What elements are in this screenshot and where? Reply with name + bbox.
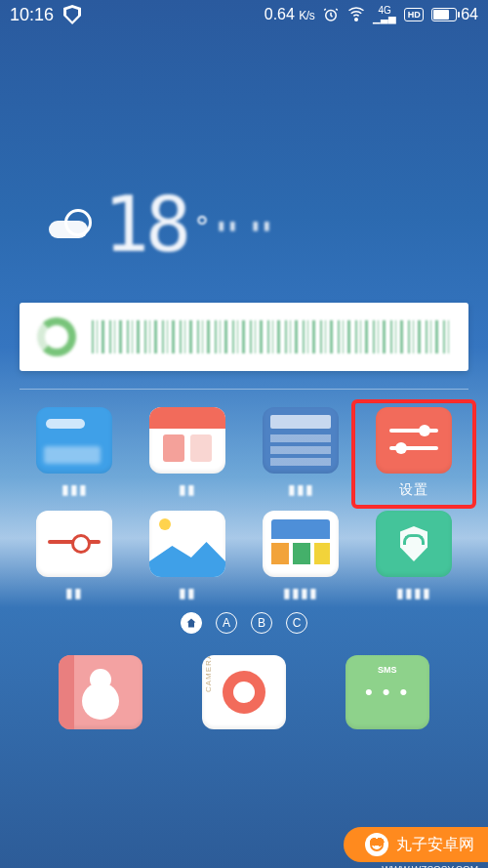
settings-app-icon — [376, 407, 452, 474]
app-label: ▮▮ — [179, 481, 196, 499]
security-app[interactable]: ▮▮▮▮ — [359, 511, 468, 602]
alarm-icon — [322, 6, 340, 23]
dock — [0, 634, 488, 729]
weather-widget[interactable]: 18 ° ▮▮ ▮▮ — [49, 176, 488, 273]
files-app[interactable]: ▮▮▮▮ — [246, 511, 355, 602]
weather-temp: 18 — [103, 181, 187, 269]
wifi-icon — [347, 6, 365, 23]
weather-app-icon — [36, 407, 112, 474]
gallery-app[interactable]: ▮▮ — [133, 511, 242, 602]
app-label: ▮▮ — [65, 585, 83, 602]
net-speed-unit: K/s — [299, 9, 314, 22]
status-bar: 10:16 0.64 K/s 4G▁▃▅ HD 64 — [0, 0, 488, 29]
app-label: ▮▮▮ — [288, 481, 314, 499]
shield-icon — [63, 5, 81, 24]
camera-lens-icon — [233, 682, 255, 703]
sms-app[interactable] — [346, 655, 429, 729]
status-left: 10:16 — [10, 5, 81, 25]
page-indicator: A B C — [0, 612, 488, 634]
calendar-app-icon — [149, 407, 225, 474]
calendar-app[interactable]: ▮▮ — [133, 407, 242, 501]
calculator-app[interactable]: ▮▮▮ — [246, 407, 355, 501]
weather-app[interactable]: ▮▮▮ — [20, 407, 129, 501]
app-label: ▮▮ — [179, 585, 196, 602]
weather-cloud-icon — [49, 205, 98, 244]
app-grid: ▮▮▮ ▮▮ ▮▮▮ 设置 ▮▮ ▮▮ ▮▮▮▮ ▮▮▮▮ — [0, 390, 488, 602]
gallery-app-icon — [149, 511, 225, 577]
search-provider-icon — [37, 317, 76, 356]
app-label: ▮▮▮▮ — [283, 585, 318, 602]
battery-indicator: 64 — [431, 6, 478, 23]
hd-icon: HD — [404, 8, 424, 21]
app-label: 设置 — [399, 481, 428, 499]
security-app-icon — [376, 511, 452, 577]
app-label: ▮▮▮ — [61, 481, 88, 499]
contacts-app[interactable] — [59, 655, 142, 729]
net-speed-value: 0.64 — [264, 6, 295, 22]
watermark-text: 丸子安卓网 — [396, 835, 474, 855]
clock-app[interactable]: ▮▮ — [20, 511, 129, 602]
battery-pct: 64 — [461, 6, 478, 23]
signal-4g-icon: 4G▁▃▅ — [373, 7, 396, 22]
clock-app-icon — [36, 511, 112, 577]
search-placeholder-blur — [92, 320, 451, 353]
battery-icon — [431, 8, 457, 21]
home-page-dot[interactable] — [181, 612, 202, 634]
files-app-icon — [263, 511, 339, 577]
page-dot-b[interactable]: B — [251, 612, 272, 634]
degree-icon: ° — [193, 210, 211, 244]
clock-text: 10:16 — [10, 5, 54, 25]
app-label: ▮▮▮▮ — [396, 585, 431, 602]
search-card[interactable] — [20, 303, 468, 371]
settings-app[interactable]: 设置 — [351, 399, 476, 509]
watermark-logo-icon — [365, 833, 388, 856]
camera-app[interactable] — [202, 655, 286, 729]
weather-range: ▮▮ ▮▮ — [217, 216, 273, 234]
page-dot-a[interactable]: A — [216, 612, 237, 634]
watermark-badge: 丸子安卓网 WWW.WZSQSY.COM — [344, 827, 488, 862]
status-right: 0.64 K/s 4G▁▃▅ HD 64 — [264, 6, 478, 23]
net-speed: 0.64 K/s — [264, 6, 314, 23]
page-dot-c[interactable]: C — [286, 612, 307, 634]
calculator-app-icon — [263, 407, 339, 474]
label-4g: 4G — [379, 5, 391, 16]
